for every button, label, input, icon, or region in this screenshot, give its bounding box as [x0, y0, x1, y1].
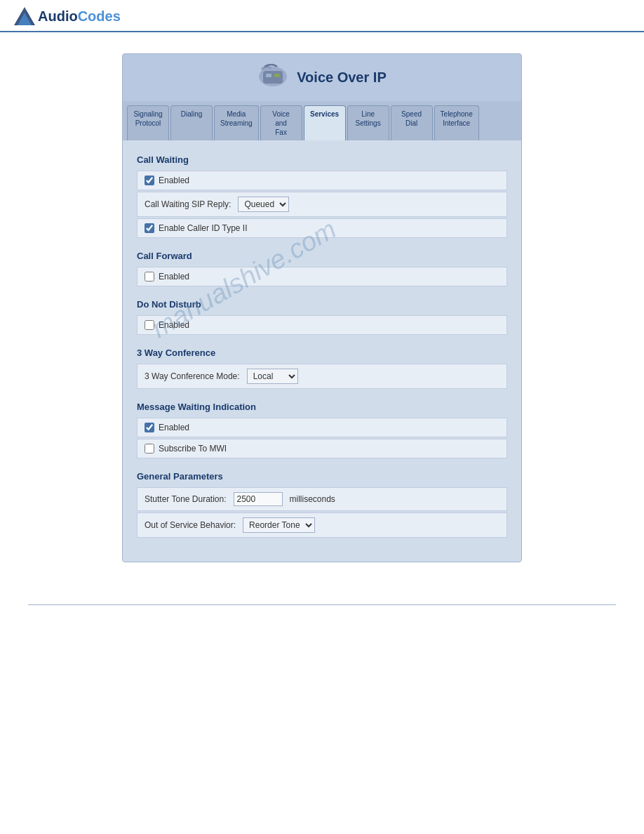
tab-speed-dial[interactable]: SpeedDial	[391, 105, 433, 140]
panel-title: Voice Over IP	[297, 70, 386, 86]
mwi-enabled-label[interactable]: Enabled	[145, 423, 189, 432]
tab-line-settings[interactable]: LineSettings	[347, 105, 389, 140]
caller-id-label[interactable]: Enable Caller ID Type II	[145, 223, 248, 233]
caller-id-checkbox[interactable]	[145, 223, 154, 233]
sip-reply-label: Call Waiting SIP Reply:	[145, 199, 231, 209]
mwi-subscribe-label[interactable]: Subscribe To MWI	[145, 444, 227, 454]
three-way-title: 3 Way Conference	[137, 345, 507, 361]
mwi-section: Message Waiting Indication Enabled Subsc…	[137, 399, 507, 458]
call-waiting-section: Call Waiting Enabled Call Waiting SIP Re…	[137, 152, 507, 238]
call-forward-enabled-checkbox[interactable]	[145, 272, 154, 282]
three-way-mode-row: 3 Way Conference Mode: Local Remote	[137, 364, 507, 389]
mwi-enabled-text: Enabled	[159, 423, 189, 432]
three-way-mode-select[interactable]: Local Remote	[247, 369, 298, 384]
call-forward-enabled-row: Enabled	[137, 267, 507, 286]
tab-dialing[interactable]: Dialing	[170, 105, 213, 140]
stutter-value-input[interactable]: 2500	[234, 492, 283, 506]
dnd-enabled-label[interactable]: Enabled	[145, 320, 189, 330]
call-waiting-enabled-checkbox[interactable]	[145, 176, 154, 185]
stutter-label: Stutter Tone Duration:	[145, 494, 227, 504]
mwi-subscribe-row: Subscribe To MWI	[137, 439, 507, 458]
main-content: manualshive.com Voice Over IP	[0, 32, 644, 630]
mwi-enabled-row: Enabled	[137, 418, 507, 437]
logo: AudioCodes	[14, 7, 121, 25]
three-way-conference-section: 3 Way Conference 3 Way Conference Mode: …	[137, 345, 507, 389]
audiocodes-logo-icon	[14, 7, 35, 25]
logo-text: AudioCodes	[38, 8, 121, 25]
panel-wrapper: manualshive.com Voice Over IP	[28, 53, 616, 562]
call-waiting-enabled-text: Enabled	[159, 176, 189, 185]
general-parameters-section: General Parameters Stutter Tone Duration…	[137, 468, 507, 538]
caller-id-text: Enable Caller ID Type II	[159, 223, 248, 233]
dnd-enabled-checkbox[interactable]	[145, 320, 154, 330]
mwi-subscribe-text: Subscribe To MWI	[159, 444, 227, 454]
mwi-subscribe-checkbox[interactable]	[145, 444, 154, 454]
call-forward-title: Call Forward	[137, 248, 507, 264]
tab-media-streaming[interactable]: MediaStreaming	[214, 105, 259, 140]
stutter-tone-row: Stutter Tone Duration: 2500 milliseconds	[137, 487, 507, 511]
tab-voice-fax[interactable]: VoiceandFax	[260, 105, 302, 140]
stutter-unit: milliseconds	[290, 494, 335, 504]
page-header: AudioCodes	[0, 0, 644, 32]
call-waiting-title: Call Waiting	[137, 152, 507, 168]
tab-signaling[interactable]: SignalingProtocol	[127, 105, 169, 140]
out-of-service-select[interactable]: Reorder Tone Dial Tone No Tone	[243, 517, 315, 533]
svg-rect-5	[274, 74, 280, 77]
call-waiting-sip-reply-row: Call Waiting SIP Reply: Queued Busy Ring…	[137, 192, 507, 217]
out-of-service-row: Out of Service Behavior: Reorder Tone Di…	[137, 512, 507, 538]
sip-reply-select[interactable]: Queued Busy Ringing	[238, 197, 289, 212]
svg-rect-4	[266, 74, 271, 77]
panel-header: Voice Over IP	[123, 54, 521, 101]
call-forward-section: Call Forward Enabled	[137, 248, 507, 286]
do-not-disturb-title: Do Not Disturb	[137, 296, 507, 312]
tab-services[interactable]: Services	[304, 105, 346, 140]
dnd-enabled-row: Enabled	[137, 315, 507, 335]
call-forward-enabled-label[interactable]: Enabled	[145, 272, 189, 282]
general-parameters-title: General Parameters	[137, 468, 507, 484]
call-waiting-enabled-row: Enabled	[137, 171, 507, 190]
caller-id-row: Enable Caller ID Type II	[137, 218, 507, 238]
page-footer	[28, 604, 616, 609]
tab-telephone-interface[interactable]: TelephoneInterface	[434, 105, 479, 140]
out-of-service-label: Out of Service Behavior:	[145, 520, 236, 530]
call-forward-enabled-text: Enabled	[159, 272, 189, 282]
svg-rect-3	[263, 71, 283, 84]
three-way-mode-label: 3 Way Conference Mode:	[145, 371, 240, 381]
mwi-enabled-checkbox[interactable]	[145, 423, 154, 432]
voip-panel: Voice Over IP SignalingProtocol Dialing …	[122, 53, 522, 562]
phone-icon	[257, 64, 288, 91]
panel-body: Call Waiting Enabled Call Waiting SIP Re…	[123, 140, 521, 562]
dnd-enabled-text: Enabled	[159, 320, 189, 330]
mwi-title: Message Waiting Indication	[137, 399, 507, 415]
call-waiting-enabled-label[interactable]: Enabled	[145, 176, 189, 185]
do-not-disturb-section: Do Not Disturb Enabled	[137, 296, 507, 335]
tabs-bar: SignalingProtocol Dialing MediaStreaming…	[123, 101, 521, 140]
